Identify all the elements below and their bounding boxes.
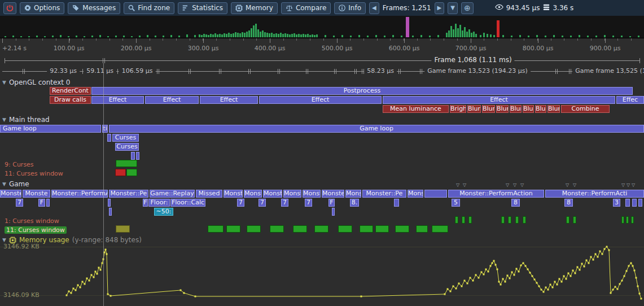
histogram-bar[interactable] (462, 30, 463, 37)
histogram-bar[interactable] (468, 29, 470, 37)
zone[interactable]: 7 (237, 199, 244, 207)
histogram-bar[interactable] (333, 36, 335, 37)
message-marker-icon[interactable]: ▽ (573, 183, 576, 187)
histogram-bar[interactable] (367, 36, 369, 37)
histogram-bar[interactable] (278, 34, 279, 37)
histogram-bar[interactable] (199, 34, 200, 37)
plot-bar[interactable] (573, 216, 576, 224)
zone[interactable]: Floor: (148, 199, 170, 207)
zone[interactable]: Blur (547, 105, 560, 113)
zone[interactable]: Effect (91, 96, 144, 104)
histogram-bar[interactable] (638, 36, 639, 37)
plot-bar[interactable] (115, 169, 126, 176)
histogram-bar[interactable] (68, 36, 69, 37)
histogram-bar[interactable] (219, 34, 221, 37)
message-marker-icon[interactable]: ▽ (513, 183, 516, 187)
zone[interactable]: Monste (23, 190, 50, 198)
histogram-bar[interactable] (612, 36, 614, 37)
message-marker-icon[interactable]: ▽ (506, 183, 509, 187)
zone[interactable]: Monster::Pe (362, 190, 406, 198)
histogram-bar[interactable] (475, 34, 477, 37)
histogram-bar[interactable] (536, 35, 538, 37)
histogram-bar[interactable] (480, 35, 481, 37)
histogram-bar[interactable] (214, 33, 216, 37)
histogram-bar[interactable] (473, 32, 475, 37)
histogram-bar[interactable] (450, 26, 452, 37)
histogram-bar[interactable] (406, 17, 409, 37)
histogram-bar[interactable] (147, 35, 148, 37)
zone[interactable] (632, 199, 637, 207)
zone[interactable]: F (328, 199, 335, 207)
histogram-bar[interactable] (316, 34, 318, 37)
plot-bar[interactable] (116, 160, 137, 167)
plot-bar[interactable] (501, 216, 505, 224)
histogram-bar[interactable] (139, 36, 141, 37)
info-button[interactable]: Info (334, 2, 366, 14)
zone[interactable]: Game loop (0, 125, 101, 133)
zone[interactable] (131, 152, 135, 160)
zone[interactable]: Monster::PerformAction (448, 190, 544, 198)
memory-button[interactable]: Memory (231, 2, 278, 14)
messages-button[interactable]: Messages (68, 2, 120, 14)
histogram-bar[interactable] (604, 35, 606, 37)
zone[interactable]: 7 (305, 199, 312, 207)
histogram-bar[interactable] (293, 33, 295, 37)
zone[interactable]: Brigh (450, 105, 466, 113)
histogram-bar[interactable] (309, 35, 311, 37)
histogram-bar[interactable] (341, 35, 343, 37)
histogram-bar[interactable] (242, 32, 243, 37)
plot-bar[interactable] (226, 225, 240, 233)
zone[interactable]: 8. (350, 199, 359, 207)
zone[interactable]: Monst (224, 190, 243, 198)
zone[interactable]: Monster::Pe (109, 190, 148, 198)
find-zone-button[interactable]: Find zone (124, 2, 174, 14)
plot-bar[interactable] (621, 216, 624, 224)
frame-label[interactable]: 106.59 µs (119, 67, 156, 75)
zone[interactable]: Monste (322, 190, 344, 198)
frame-label[interactable]: Game frame 13,523 (194.23 µs) (424, 67, 531, 75)
zone[interactable] (332, 208, 335, 216)
zone[interactable]: Effect (200, 96, 258, 104)
histogram-bar[interactable] (203, 34, 205, 37)
histogram-bar[interactable] (375, 35, 377, 37)
histogram-bar[interactable] (107, 36, 109, 37)
prev-frame-button[interactable]: ◀ (369, 2, 379, 14)
histogram-bar[interactable] (298, 34, 300, 37)
go-to-frame-button[interactable]: ▼ (448, 2, 458, 14)
histogram-bar[interactable] (5, 36, 6, 37)
histogram-bar[interactable] (194, 35, 196, 37)
histogram-bar[interactable] (412, 36, 414, 37)
histogram-bar[interactable] (163, 36, 164, 37)
histogram-bar[interactable] (392, 35, 394, 37)
histogram-bar[interactable] (621, 36, 623, 37)
plot-bar[interactable] (508, 216, 511, 224)
zone[interactable]: Curses (115, 143, 139, 151)
zone[interactable]: Missed (196, 190, 222, 198)
zone[interactable]: Blur (496, 105, 509, 113)
histogram-bar[interactable] (570, 36, 572, 37)
histogram-bar[interactable] (212, 34, 214, 37)
histogram-bar[interactable] (314, 35, 316, 37)
histogram-bar[interactable] (466, 32, 468, 37)
zone[interactable]: Postprocess (91, 87, 633, 95)
histogram-bar[interactable] (246, 32, 248, 37)
plot-bar[interactable] (631, 216, 634, 224)
zone[interactable]: Mons (408, 190, 423, 198)
histogram-bar[interactable] (275, 33, 277, 37)
zone[interactable] (136, 152, 139, 160)
zone[interactable]: Blur (510, 105, 522, 113)
histogram-bar[interactable] (186, 34, 188, 37)
plot-bar[interactable] (626, 216, 629, 224)
histogram-bar[interactable] (264, 32, 266, 37)
zone[interactable]: Monst (283, 190, 301, 198)
zone[interactable]: Game loop (109, 125, 644, 133)
histogram-bar[interactable] (493, 35, 495, 37)
zone[interactable]: Blur (482, 105, 495, 113)
histogram-bar[interactable] (483, 33, 485, 37)
histogram-bar[interactable] (224, 33, 225, 37)
zone[interactable]: F (38, 199, 45, 207)
plot-label[interactable]: 11: Curses window (5, 226, 67, 234)
histogram-bar[interactable] (44, 36, 46, 37)
zone[interactable] (394, 199, 399, 207)
histogram-bar[interactable] (244, 33, 246, 37)
